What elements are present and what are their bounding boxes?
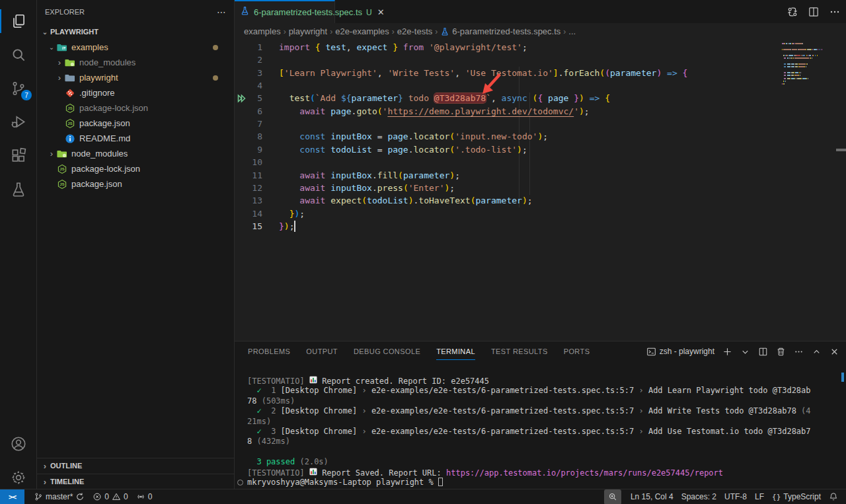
close-tab-icon[interactable]: ✕ [377, 7, 385, 17]
tree-item-node_modules[interactable]: ›node_modules [37, 55, 234, 70]
breadcrumb-item-playwright[interactable]: playwright [289, 26, 328, 36]
code-line-12[interactable]: 12 await inputBox.press('Enter'); [235, 182, 846, 195]
code-line-11[interactable]: 11 await inputBox.fill(parameter); [235, 169, 846, 182]
terminal-scrollbar[interactable] [841, 373, 844, 382]
line-number: 6 [235, 105, 262, 118]
status-problems[interactable]: 00 [89, 489, 132, 504]
breadcrumb-separator: › [284, 27, 286, 36]
chevron-down-icon[interactable] [740, 347, 750, 357]
terminal-text[interactable]: https://app.testomat.io/projects/mars/ru… [446, 468, 723, 478]
code-line-14[interactable]: 14 }); [235, 207, 846, 221]
tree-item-node_modules[interactable]: ›node_modules [37, 146, 234, 161]
panel-tab-ports[interactable]: PORTS [564, 342, 590, 361]
explorer-more-actions-icon[interactable]: ⋯ [217, 7, 226, 17]
tree-item-package.json[interactable]: JSpackage.json [37, 176, 234, 192]
breadcrumb-tail[interactable]: ... [568, 26, 576, 36]
activity-search-icon[interactable] [0, 39, 37, 71]
activity-run-debug-icon[interactable] [0, 106, 37, 138]
minimap-line [782, 75, 824, 76]
code-line-1[interactable]: 1import { test, expect } from '@playwrig… [235, 41, 846, 54]
minimap-line [782, 78, 824, 79]
panel-tab-debug-console[interactable]: DEBUG CONSOLE [354, 342, 420, 361]
panel-tab-problems[interactable]: PROBLEMS [248, 342, 290, 361]
tab-6-parametrized-tests[interactable]: 6-parametrized-tests.spec.ts U ✕ [235, 0, 335, 23]
tree-item-package-lock.json[interactable]: JSpackage-lock.json [37, 100, 234, 116]
code-line-6[interactable]: 6 await page.goto('https://demo.playwrig… [235, 105, 846, 118]
breadcrumb-file[interactable]: 6-parametrized-tests.spec.ts [440, 26, 560, 36]
workspace-section-label: PLAYWRIGHT [50, 28, 98, 36]
code-line-4[interactable]: 4 [235, 79, 846, 92]
terminal-text: (2.0s) [295, 457, 328, 466]
more-actions-icon[interactable] [794, 347, 804, 357]
code-token: press [377, 183, 403, 193]
close-icon[interactable] [829, 347, 839, 357]
code-line-5[interactable]: 5 test(`Add ${parameter} todo @T3d28ab78… [235, 92, 846, 105]
activity-extensions-icon[interactable] [0, 140, 37, 172]
terminal-output[interactable]: [TESTOMATIO] Report created. Report ID: … [247, 376, 835, 487]
tree-item-.gitignore[interactable]: .gitignore [37, 85, 234, 100]
trash-icon[interactable] [776, 347, 786, 357]
activity-account-icon[interactable] [0, 428, 37, 460]
breadcrumb-item-e2e-examples[interactable]: e2e-examples [335, 26, 389, 36]
status-eol[interactable]: LF [751, 489, 768, 504]
status-encoding[interactable]: UTF-8 [720, 489, 751, 504]
terminal-text: e2e-examples/e2e-tests/6-parametrized-te… [371, 386, 639, 395]
tab-git-status-badge: U [366, 8, 372, 17]
code-token: https://demo.playwright.dev/todomvc/ [387, 106, 574, 116]
workspace-section-playwright[interactable]: ⌄ PLAYWRIGHT [37, 24, 234, 40]
tree-item-package-lock.json[interactable]: JSpackage-lock.json [37, 161, 234, 176]
activity-testing-beaker-icon[interactable] [0, 174, 37, 205]
breadcrumb-item-examples[interactable]: examples [244, 26, 281, 36]
code-line-7[interactable]: 7 [235, 118, 846, 131]
status-cursor-position[interactable]: Ln 15, Col 4 [627, 489, 677, 504]
panel-tab-terminal[interactable]: TERMINAL [436, 342, 475, 361]
compare-changes-icon[interactable] [787, 6, 798, 18]
status-language-mode[interactable]: {}TypeScript [768, 489, 825, 504]
split-panel-icon[interactable] [758, 347, 768, 357]
code-token: => [667, 68, 677, 78]
remote-indicator[interactable]: >< [0, 489, 24, 504]
terminal-text: [TESTOMATIO] [247, 468, 309, 478]
code-line-3[interactable]: 3['Learn Playwright', 'Write Tests', 'Us… [235, 67, 846, 80]
code-token: ; [449, 183, 455, 193]
sidebar-section-outline[interactable]: ›OUTLINE [37, 458, 235, 473]
npm-json-icon: JS [57, 164, 67, 174]
bottom-panel: PROBLEMSOUTPUTDEBUG CONSOLETERMINALTEST … [235, 341, 846, 489]
sidebar-section-timeline[interactable]: ›TIMELINE [37, 474, 235, 489]
panel-tab-test-results[interactable]: TEST RESULTS [491, 342, 548, 361]
status-indentation[interactable]: Spaces: 2 [677, 489, 720, 504]
code-token: ) [522, 196, 527, 205]
terminal-text: › [362, 406, 371, 415]
code-line-15[interactable]: 15}); [235, 220, 846, 233]
split-editor-icon[interactable] [808, 6, 820, 18]
panel-tab-output[interactable]: OUTPUT [306, 342, 338, 361]
status-notifications[interactable] [825, 489, 842, 504]
code-line-13[interactable]: 13 await expect(todoList).toHaveText(par… [235, 194, 846, 207]
status-git-branch[interactable]: master* [30, 489, 89, 504]
more-actions-icon[interactable] [829, 6, 841, 18]
plus-icon[interactable] [722, 347, 732, 357]
status-zoom-indicator[interactable] [604, 489, 621, 504]
code-token: async [502, 93, 527, 103]
run-test-icon[interactable] [236, 93, 247, 104]
tree-item-package.json[interactable]: JSpackage.json [37, 116, 234, 131]
activity-source-control-icon[interactable]: 7 [0, 73, 37, 104]
tree-item-examples[interactable]: ⌄examples [37, 40, 234, 55]
breadcrumb-item-e2e-tests[interactable]: e2e-tests [397, 26, 432, 36]
minimap[interactable] [782, 43, 824, 87]
code-line-10[interactable]: 10 [235, 156, 846, 169]
code-line-8[interactable]: 8 const inputBox = page.locator('input.n… [235, 130, 846, 143]
chevron-up-icon[interactable] [812, 347, 822, 357]
status-broadcast[interactable]: 0 [132, 489, 157, 504]
terminal-shell-label[interactable]: zsh - playwright [646, 347, 714, 357]
activity-files-icon[interactable] [0, 5, 37, 37]
code-line-2[interactable]: 2 [235, 54, 846, 67]
status-label: Spaces: 2 [681, 492, 716, 501]
code-editor[interactable]: 1import { test, expect } from '@playwrig… [235, 41, 846, 341]
code-token: = [372, 131, 387, 141]
tree-item-README.md[interactable]: README.md [37, 131, 234, 146]
code-line-9[interactable]: 9 const todoList = page.locator('.todo-l… [235, 143, 846, 157]
tree-item-playwright[interactable]: ›playwright [37, 70, 234, 85]
terminal-text: 21ms) [247, 417, 271, 426]
chevron-right-icon: › [54, 73, 65, 83]
